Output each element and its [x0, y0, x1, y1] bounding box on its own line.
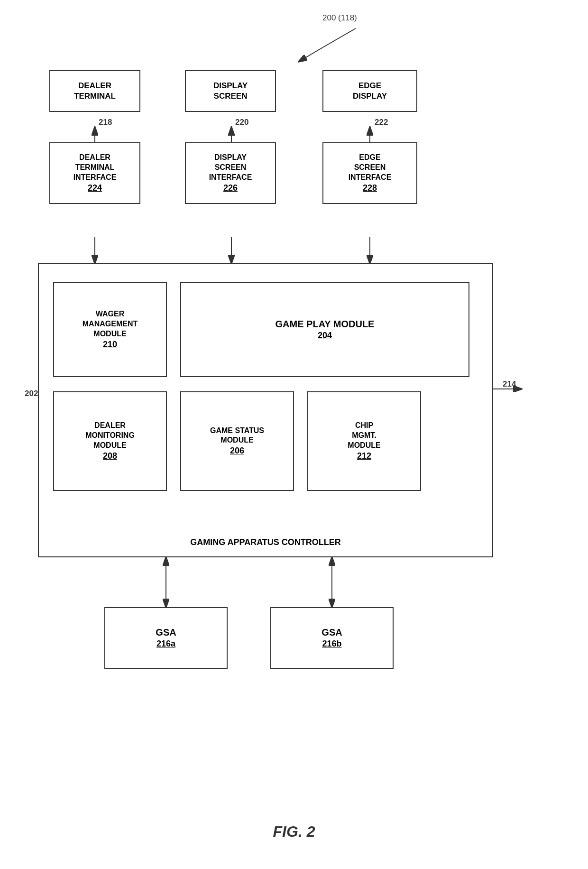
cmm-label: CHIPMGMT.MODULE — [348, 421, 380, 450]
gsm-label: GAME STATUSMODULE — [210, 426, 264, 446]
dti-label: DEALERTERMINALINTERFACE — [74, 153, 117, 182]
dmm-number: 208 — [103, 451, 117, 462]
wmm-label: WAGERMANAGEMENTMODULE — [83, 309, 138, 339]
display-screen-interface-box: DISPLAYSCREENINTERFACE 226 — [185, 142, 276, 204]
esi-label: EDGESCREENINTERFACE — [349, 153, 392, 182]
fig-caption: FIG. 2 — [0, 823, 588, 841]
dsi-label: DISPLAYSCREENINTERFACE — [209, 153, 252, 182]
display-screen-box: DISPLAY SCREEN — [185, 70, 276, 112]
game-play-module-box: GAME PLAY MODULE 204 — [180, 282, 469, 377]
gsa-b-label: GSA — [322, 626, 342, 638]
wager-management-module-box: WAGERMANAGEMENTMODULE 210 — [53, 282, 167, 377]
label-218: 218 — [99, 118, 112, 127]
wmm-number: 210 — [103, 339, 117, 350]
cmm-number: 212 — [357, 451, 371, 462]
gsm-number: 206 — [230, 445, 244, 456]
edge-display-box: EDGE DISPLAY — [322, 70, 417, 112]
label-222: 222 — [375, 118, 388, 127]
diagram: 200 (118) DEALER TERMINAL DISPLAY SCREEN… — [0, 0, 588, 869]
dealer-terminal-interface-box: DEALERTERMINALINTERFACE 224 — [49, 142, 140, 204]
esi-number: 228 — [363, 183, 377, 194]
ref-200-118: 200 (118) — [322, 13, 357, 23]
gsa-b-number: 216b — [322, 638, 341, 649]
chip-mgmt-module-box: CHIPMGMT.MODULE 212 — [307, 391, 421, 491]
dsi-number: 226 — [223, 183, 238, 194]
dealer-terminal-label: DEALER TERMINAL — [74, 81, 116, 102]
label-220: 220 — [235, 118, 248, 127]
game-status-module-box: GAME STATUSMODULE 206 — [180, 391, 294, 491]
edge-screen-interface-box: EDGESCREENINTERFACE 228 — [322, 142, 417, 204]
dealer-monitoring-module-box: DEALERMONITORINGMODULE 208 — [53, 391, 167, 491]
gsa-b-box: GSA 216b — [270, 607, 394, 669]
display-screen-label: DISPLAY SCREEN — [213, 81, 248, 102]
gsa-a-label: GSA — [156, 626, 176, 638]
label-202: 202 — [25, 389, 38, 398]
dealer-terminal-box: DEALER TERMINAL — [49, 70, 140, 112]
dmm-label: DEALERMONITORINGMODULE — [85, 421, 135, 450]
gsa-a-number: 216a — [156, 638, 175, 649]
label-214: 214 — [503, 379, 516, 389]
edge-display-label: EDGE DISPLAY — [353, 81, 387, 102]
gpm-label: GAME PLAY MODULE — [276, 318, 375, 330]
gpm-number: 204 — [318, 330, 332, 341]
gsa-a-box: GSA 216a — [104, 607, 228, 669]
gac-label: GAMING APPARATUS CONTROLLER — [190, 537, 341, 548]
dti-number: 224 — [88, 183, 102, 194]
